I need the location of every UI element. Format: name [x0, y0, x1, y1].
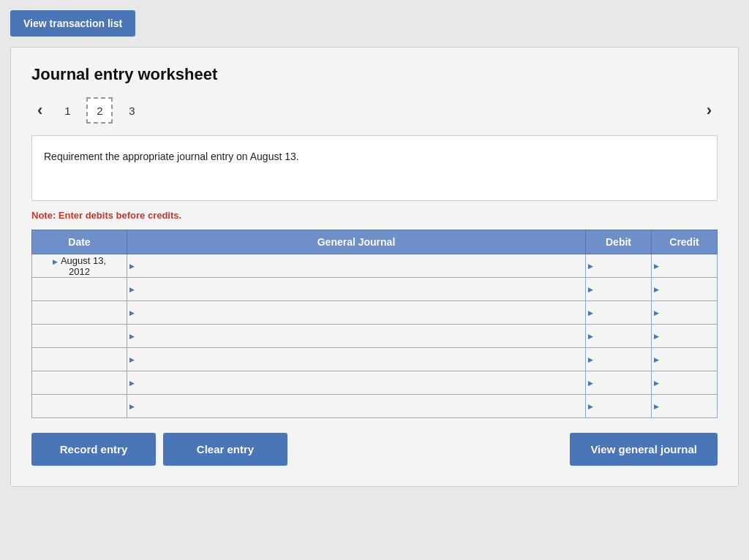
page-1[interactable]: 1 — [54, 97, 80, 124]
debit-input-2[interactable] — [586, 278, 651, 300]
record-entry-button[interactable]: Record entry — [31, 433, 156, 466]
debit-cell-1[interactable] — [586, 254, 652, 278]
journal-cell-5[interactable] — [127, 348, 586, 371]
pagination-row: ‹ 1 2 3 › — [31, 97, 718, 124]
date-cell-3 — [32, 301, 127, 325]
journal-cell-6[interactable] — [127, 371, 586, 395]
action-buttons: Record entry Clear entry View general jo… — [31, 433, 718, 466]
journal-input-4[interactable] — [127, 325, 585, 347]
date-cell-6 — [32, 371, 127, 395]
requirement-text: Requirement the appropriate journal entr… — [44, 151, 299, 162]
debit-input-6[interactable] — [586, 371, 651, 394]
debit-cell-3[interactable] — [586, 301, 652, 325]
debit-cell-5[interactable] — [586, 348, 652, 371]
table-row — [32, 371, 718, 395]
debit-input-4[interactable] — [586, 325, 651, 347]
debit-cell-6[interactable] — [586, 371, 652, 395]
clear-entry-button[interactable]: Clear entry — [163, 433, 287, 466]
journal-input-6[interactable] — [127, 371, 585, 394]
credit-cell-5[interactable] — [652, 348, 718, 371]
prev-page-button[interactable]: ‹ — [31, 101, 48, 120]
page-3[interactable]: 3 — [118, 97, 145, 124]
debit-cell-4[interactable] — [586, 325, 652, 348]
note-text: Note: Enter debits before credits. — [31, 210, 718, 221]
journal-cell-7[interactable] — [127, 395, 586, 418]
date-cell-1: August 13,2012 — [32, 254, 127, 278]
journal-table: Date General Journal Debit Credit August… — [31, 230, 718, 418]
journal-input-3[interactable] — [127, 301, 585, 324]
debit-cell-2[interactable] — [586, 278, 652, 301]
journal-input-7[interactable] — [127, 395, 585, 417]
credit-input-7[interactable] — [652, 395, 717, 417]
credit-input-5[interactable] — [652, 348, 717, 371]
table-row — [32, 301, 718, 325]
date-cell-5 — [32, 348, 127, 371]
view-general-journal-button[interactable]: View general journal — [570, 433, 718, 466]
journal-cell-2[interactable] — [127, 278, 586, 301]
credit-cell-7[interactable] — [652, 395, 718, 418]
debit-cell-7[interactable] — [586, 395, 652, 418]
requirement-box: Requirement the appropriate journal entr… — [31, 135, 718, 201]
credit-input-3[interactable] — [652, 301, 717, 324]
date-cell-2 — [32, 278, 127, 301]
col-header-credit: Credit — [652, 230, 718, 254]
table-row — [32, 325, 718, 348]
next-page-button[interactable]: › — [701, 101, 718, 120]
view-transaction-list-button[interactable]: View transaction list — [10, 10, 135, 37]
journal-input-1[interactable] — [127, 254, 585, 277]
journal-input-5[interactable] — [127, 348, 585, 371]
credit-input-4[interactable] — [652, 325, 717, 347]
worksheet-title: Journal entry worksheet — [31, 65, 718, 84]
journal-cell-4[interactable] — [127, 325, 586, 348]
table-row: August 13,2012 — [32, 254, 718, 278]
journal-cell-3[interactable] — [127, 301, 586, 325]
date-cell-4 — [32, 325, 127, 348]
credit-input-1[interactable] — [652, 254, 717, 277]
credit-cell-4[interactable] — [652, 325, 718, 348]
debit-input-1[interactable] — [586, 254, 651, 277]
col-header-date: Date — [32, 230, 127, 254]
col-header-debit: Debit — [586, 230, 652, 254]
credit-input-6[interactable] — [652, 371, 717, 394]
worksheet-container: Journal entry worksheet ‹ 1 2 3 › Requir… — [10, 47, 739, 487]
debit-input-7[interactable] — [586, 395, 651, 417]
table-row — [32, 348, 718, 371]
col-header-journal: General Journal — [127, 230, 586, 254]
debit-input-3[interactable] — [586, 301, 651, 324]
journal-cell-1[interactable] — [127, 254, 586, 278]
debit-input-5[interactable] — [586, 348, 651, 371]
credit-cell-3[interactable] — [652, 301, 718, 325]
credit-cell-1[interactable] — [652, 254, 718, 278]
page-2[interactable]: 2 — [86, 97, 113, 124]
date-cell-7 — [32, 395, 127, 418]
credit-cell-2[interactable] — [652, 278, 718, 301]
credit-cell-6[interactable] — [652, 371, 718, 395]
table-row — [32, 395, 718, 418]
journal-input-2[interactable] — [127, 278, 585, 300]
table-row — [32, 278, 718, 301]
credit-input-2[interactable] — [652, 278, 717, 300]
